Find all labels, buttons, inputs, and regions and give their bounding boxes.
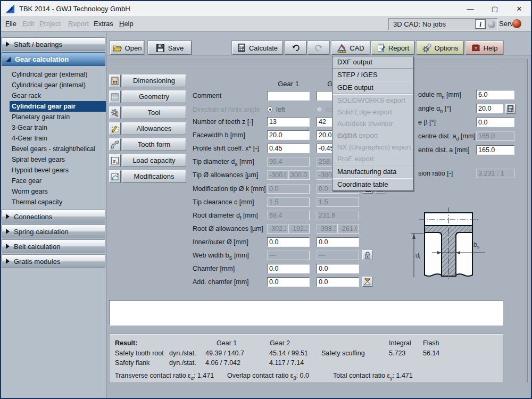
sidebar-item-worm-gears[interactable]: Worm gears (1, 186, 106, 197)
message-box[interactable] (109, 300, 503, 326)
profile-shift-gear1-input[interactable] (267, 144, 310, 153)
cad-button[interactable]: CAD (331, 41, 370, 55)
sidebar: Shaft / bearings Gear calculation Cylind… (1, 32, 106, 399)
result-value-gear2: 4.117 / 7.14 (269, 359, 304, 367)
menu-help[interactable]: Help (119, 20, 134, 28)
save-button[interactable]: Save (148, 41, 192, 55)
sidebar-item-face-gear[interactable]: Face gear (1, 176, 106, 186)
undo-button[interactable] (285, 41, 306, 55)
tip-diameter-gear1-input (267, 157, 310, 167)
module-input[interactable] (476, 90, 514, 99)
sidebar-item-spiral-bevel-gears[interactable]: Spiral bevel gears (1, 154, 106, 165)
titlebar: TBK 2014 - GWJ Technology GmbH — ▢ ✕ (1, 1, 531, 16)
options-button[interactable]: Options (417, 41, 464, 55)
add-chamfer-gear2-input[interactable] (317, 277, 359, 287)
add-chamfer-detail-button[interactable] (362, 277, 372, 287)
info-icon[interactable]: i (476, 20, 485, 29)
root-allowance-gear1b-input (288, 224, 310, 234)
collapsed-arrow-icon (6, 229, 10, 234)
dimensioning-button[interactable]: Dimensioning (109, 74, 186, 87)
sidebar-section-gear-calculation[interactable]: Gear calculation (2, 52, 105, 66)
result-scuffing-flash: 56.14 (423, 350, 439, 357)
open-button[interactable]: Open (110, 41, 144, 55)
redo-arrow-icon (314, 44, 323, 52)
modifications-button[interactable]: Modifications (109, 170, 186, 183)
allowances-button[interactable]: Allowances (109, 122, 186, 135)
comment-gear1-input[interactable] (267, 91, 310, 101)
form-row-module: odule mn [mm] (418, 90, 532, 100)
centre-distance-input[interactable] (476, 145, 514, 155)
result-value-gear1: 49.39 / 140.7 (205, 350, 244, 357)
menu-item-solid-edge-export: Solid Edge export (332, 106, 413, 118)
sidebar-item-gear-rack[interactable]: Gear rack (1, 90, 106, 101)
geometry-button[interactable]: Geometry (109, 90, 186, 103)
allowances-icon (109, 122, 121, 135)
result-header-gear2: Gear 2 (270, 339, 290, 347)
menu-item-step-iges[interactable]: STEP / IGES (332, 69, 413, 81)
tooth-form-icon (109, 138, 121, 151)
inner-outer-gear1-input[interactable] (267, 237, 310, 247)
field-label: Direction of helix angle (193, 106, 260, 113)
helix-left-radio-gear1[interactable] (267, 106, 273, 112)
pressure-angle-input[interactable] (476, 104, 503, 113)
facewidth-gear1-input[interactable] (267, 130, 310, 140)
sidebar-item-cylindrical-gear-internal[interactable]: Cylindrical gear (internal) (1, 80, 106, 90)
menu-item-coordinate-table[interactable]: Coordinate table (332, 179, 413, 190)
result-row-mode: dyn./stat. (169, 350, 196, 357)
sidebar-section-connections[interactable]: Connections (2, 210, 105, 223)
minimize-button[interactable]: — (460, 1, 481, 16)
field-label: sion ratio [-] (418, 170, 453, 177)
load-capacity-sigma-icon: σx (109, 154, 121, 167)
maximize-button[interactable]: ▢ (484, 1, 505, 16)
inner-outer-gear2-input[interactable] (317, 237, 359, 247)
tool-button[interactable]: Tool (109, 106, 186, 119)
add-chamfer-gear1-input[interactable] (267, 277, 310, 287)
teeth-gear1-input[interactable] (267, 117, 310, 127)
field-label: Modification tip Ø k [mm] (193, 185, 266, 193)
menu-item-dxf-output[interactable]: DXF output (332, 56, 413, 68)
collapsed-arrow-icon (6, 244, 10, 249)
root-diameter-gear2-input (317, 211, 359, 220)
svg-text:x: x (116, 161, 118, 165)
chamfer-gear1-input[interactable] (267, 264, 310, 273)
menu-item-gde-output[interactable]: GDE output (332, 82, 413, 94)
sidebar-section-gratis-modules[interactable]: Gratis modules (2, 254, 105, 268)
web-width-lock-button[interactable] (362, 250, 372, 260)
modifications-icon (109, 170, 121, 183)
sidebar-item-planetary-gear-train[interactable]: Planetary gear train (1, 112, 106, 122)
close-button[interactable]: ✕ (509, 1, 530, 16)
menu-file[interactable]: File (5, 20, 16, 28)
menubar: File Edit Project Report Extras Help 3D … (1, 16, 531, 32)
help-button[interactable]: ? Help (466, 41, 503, 55)
angle-calc-button[interactable] (505, 104, 516, 114)
window-title: TBK 2014 - GWJ Technology GmbH (19, 5, 130, 13)
field-label: Web width bS [mm] (193, 252, 249, 259)
sidebar-section-shaft-bearings[interactable]: Shaft / bearings (2, 37, 105, 51)
helix-angle-input[interactable] (476, 118, 514, 127)
sidebar-item-hypoid-bevel-gears[interactable]: Hypoid bevel gears (1, 165, 106, 176)
result-row-label: Safety flank (115, 359, 149, 367)
load-capacity-button[interactable]: σx Load capacity (109, 154, 186, 167)
form-row-helix-angle: e β [°] (418, 118, 532, 128)
sidebar-item-cylindrical-gear-external[interactable]: Cylindrical gear (external) (1, 69, 106, 80)
collapsed-arrow-icon (6, 259, 10, 264)
sidebar-item-cylindrical-gear-pair[interactable]: Cylindrical gear pair (10, 101, 106, 112)
result-scuffing-label: Safety scuffing (321, 350, 365, 357)
sidebar-item-thermal-capacity[interactable]: Thermal capacity (1, 197, 106, 207)
calculate-button[interactable]: Calculate (232, 41, 283, 55)
sidebar-section-spring-calculation[interactable]: Spring calculation (2, 225, 105, 238)
sidebar-section-belt-calculation[interactable]: Belt calculation (2, 239, 105, 253)
cad-jobs-status-icon (488, 21, 495, 28)
report-button[interactable]: Report (371, 41, 414, 55)
gear-wrench-icon (422, 44, 431, 53)
result-header-integral: Integral (389, 339, 411, 347)
chamfer-gear2-input[interactable] (317, 264, 359, 273)
separator-line (109, 59, 528, 60)
tip-allowance-gear1b-input (288, 170, 310, 180)
menu-extras[interactable]: Extras (94, 20, 113, 28)
sidebar-item-bevel-gears[interactable]: Bevel gears - straight/helical (1, 144, 106, 154)
tooth-form-button[interactable]: Tooth form (109, 138, 186, 151)
menu-item-manufacturing-data[interactable]: Manufacturing data (332, 166, 413, 178)
sidebar-item-4-gear-train[interactable]: 4-Gear train (1, 133, 106, 144)
sidebar-item-3-gear-train[interactable]: 3-Gear train (1, 122, 106, 133)
